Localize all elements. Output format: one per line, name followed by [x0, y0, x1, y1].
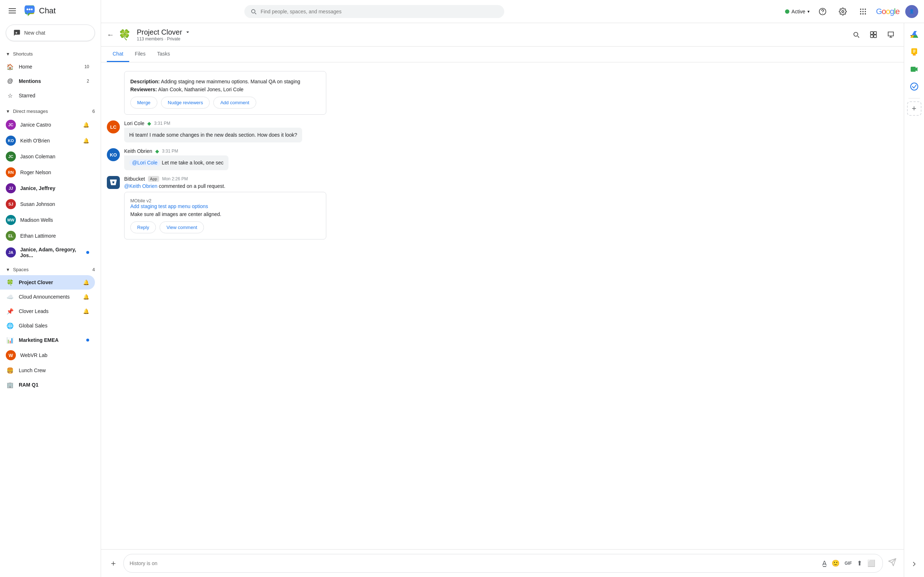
- chat-header-info: Project Clover 113 members · Private: [137, 28, 845, 42]
- msg-time-keith: 3:31 PM: [162, 148, 178, 154]
- title-dropdown-icon[interactable]: [184, 29, 191, 35]
- sidebar-item-madison[interactable]: MW Madison Wells: [0, 212, 95, 228]
- user-avatar[interactable]: 👤: [905, 5, 918, 18]
- sidebar: Chat New chat ▼ Shortcuts 🏠 Home 10 @ Me…: [0, 0, 101, 577]
- sidebar-item-janice-jeffrey[interactable]: JJ Janice, Jeffrey: [0, 180, 95, 196]
- sidebar-item-ram-q1[interactable]: 🏢 RAM Q1: [0, 377, 95, 392]
- bitbucket-time: Mon 2:26 PM: [162, 176, 188, 181]
- drive-button[interactable]: [907, 27, 921, 42]
- sidebar-item-global-sales[interactable]: 🌐 Global Sales: [0, 318, 95, 333]
- video-icon[interactable]: ⬜: [866, 558, 877, 569]
- msg-text-lori: Hi team! I made some changes in the new …: [124, 128, 302, 142]
- message-bitbucket: Bitbucket App Mon 2:26 PM @Keith Obrien …: [107, 176, 898, 239]
- emoji-icon[interactable]: 🙂: [830, 558, 841, 569]
- avatar-ethan: EL: [6, 231, 16, 241]
- add-comment-button[interactable]: Add comment: [213, 97, 256, 108]
- chat-header-actions: [849, 27, 898, 42]
- search-chat-button[interactable]: [849, 27, 863, 42]
- new-chat-label: New chat: [24, 30, 45, 36]
- pr-link[interactable]: Add staging test app menu options: [130, 203, 208, 209]
- gif-icon[interactable]: GIF: [843, 559, 853, 567]
- spaces-section: ▼ Spaces 4 🍀 Project Clover 🔔 ☁️ Cloud A…: [0, 263, 101, 393]
- msg-time-lori: 3:31 PM: [154, 121, 170, 126]
- nudge-reviewers-button[interactable]: Nudge reviewers: [161, 97, 210, 108]
- chat-input-container[interactable]: A̲ 🙂 GIF ⬆ ⬜: [123, 554, 883, 573]
- sidebar-item-janice-castro[interactable]: JC Janice Castro 🔔: [0, 117, 95, 133]
- view-toggle-button[interactable]: [866, 27, 881, 42]
- app-badge: App: [148, 176, 160, 182]
- sidebar-item-keith-obrien[interactable]: KO Keith O'Brien 🔔: [0, 133, 95, 148]
- sidebar-item-home[interactable]: 🏠 Home 10: [0, 60, 95, 74]
- svg-rect-26: [913, 54, 916, 56]
- sidebar-item-mentions[interactable]: @ Mentions 2: [0, 74, 95, 89]
- expand-arrow-button[interactable]: [907, 557, 921, 571]
- status-indicator[interactable]: Active ▾: [785, 9, 809, 15]
- reviewers-text: Alan Cook, Nathaniel Jones, Lori Cole: [158, 87, 244, 92]
- space-label-lunch: Lunch Crew: [19, 367, 89, 373]
- chat-title-text: Project Clover: [137, 28, 182, 36]
- send-button[interactable]: [887, 556, 898, 570]
- cloud-icon: ☁️: [6, 292, 15, 301]
- sidebar-item-cloud-announcements[interactable]: ☁️ Cloud Announcements 🔔: [0, 290, 95, 304]
- sidebar-item-jason-coleman[interactable]: JC Jason Coleman: [0, 148, 95, 164]
- sidebar-item-marketing-emea[interactable]: 📊 Marketing EMEA: [0, 333, 95, 347]
- project-clover-icon: 🍀: [6, 278, 15, 287]
- help-button[interactable]: [815, 4, 830, 19]
- pr-card: MObile v2 Add staging test app menu opti…: [124, 192, 326, 239]
- space-label-cloud: Cloud Announcements: [19, 294, 79, 300]
- back-button[interactable]: ←: [107, 31, 114, 39]
- marketing-unread-dot: [86, 338, 89, 342]
- tab-files-label: Files: [135, 51, 146, 56]
- message-input[interactable]: [129, 561, 818, 566]
- meet-button[interactable]: [907, 62, 921, 76]
- tab-tasks[interactable]: Tasks: [151, 47, 176, 62]
- sidebar-item-group-janice[interactable]: JA Janice, Adam, Gregory, Jos...: [0, 244, 95, 261]
- new-chat-button[interactable]: New chat: [6, 24, 95, 41]
- merge-button[interactable]: Merge: [130, 97, 157, 108]
- direct-messages-label: Direct messages: [13, 108, 48, 114]
- sidebar-item-starred[interactable]: ☆ Starred: [0, 89, 95, 103]
- settings-button[interactable]: [835, 4, 850, 19]
- svg-rect-20: [871, 35, 873, 37]
- sidebar-item-project-clover[interactable]: 🍀 Project Clover 🔔: [0, 275, 95, 290]
- bell-cloud: 🔔: [83, 294, 89, 300]
- sidebar-item-clover-leads[interactable]: 📌 Clover Leads 🔔: [0, 304, 95, 318]
- sidebar-item-ethan[interactable]: EL Ethan Lattimore: [0, 228, 95, 244]
- chat-logo-svg: [23, 4, 36, 17]
- sidebar-item-lunch-crew[interactable]: 🍔 Lunch Crew: [0, 363, 95, 377]
- tab-chat[interactable]: Chat: [107, 47, 129, 62]
- threads-button[interactable]: [884, 27, 898, 42]
- add-app-button[interactable]: +: [907, 102, 921, 116]
- search-input[interactable]: [261, 9, 498, 15]
- spaces-header[interactable]: ▼ Spaces 4: [0, 264, 101, 275]
- pr-subtitle: MObile v2: [130, 198, 320, 203]
- svg-rect-21: [874, 35, 876, 37]
- direct-messages-header[interactable]: ▼ Direct messages 6: [0, 106, 101, 117]
- clover-leads-icon: 📌: [6, 307, 15, 316]
- sidebar-item-susan[interactable]: SJ Susan Johnson: [0, 196, 95, 212]
- svg-rect-27: [911, 67, 916, 72]
- upload-icon[interactable]: ⬆: [855, 558, 864, 569]
- tasks-button[interactable]: [907, 79, 921, 94]
- sidebar-item-webvr[interactable]: W WebVR Lab: [0, 347, 95, 363]
- dm-badge: 6: [92, 108, 95, 114]
- format-text-icon[interactable]: A̲: [821, 558, 828, 569]
- right-panel-divider: [908, 98, 920, 98]
- reply-button[interactable]: Reply: [130, 221, 156, 233]
- view-comment-button[interactable]: View comment: [160, 221, 204, 233]
- threads-icon: [887, 31, 895, 39]
- tab-files[interactable]: Files: [129, 47, 152, 62]
- avatar-jj: JJ: [6, 183, 16, 193]
- search-bar[interactable]: [244, 5, 504, 18]
- drive-icon: [910, 30, 919, 39]
- hamburger-menu-icon[interactable]: [6, 5, 19, 16]
- svg-point-13: [862, 11, 864, 12]
- avatar-madison: MW: [6, 215, 16, 225]
- sender-name-keith: Keith Obrien: [124, 148, 152, 154]
- add-message-button[interactable]: ＋: [107, 557, 120, 570]
- apps-button[interactable]: [856, 4, 870, 19]
- keep-button[interactable]: [907, 45, 921, 59]
- sidebar-item-roger-nelson[interactable]: RN Roger Nelson: [0, 164, 95, 180]
- svg-point-16: [862, 13, 864, 15]
- shortcuts-header[interactable]: ▼ Shortcuts: [0, 48, 101, 60]
